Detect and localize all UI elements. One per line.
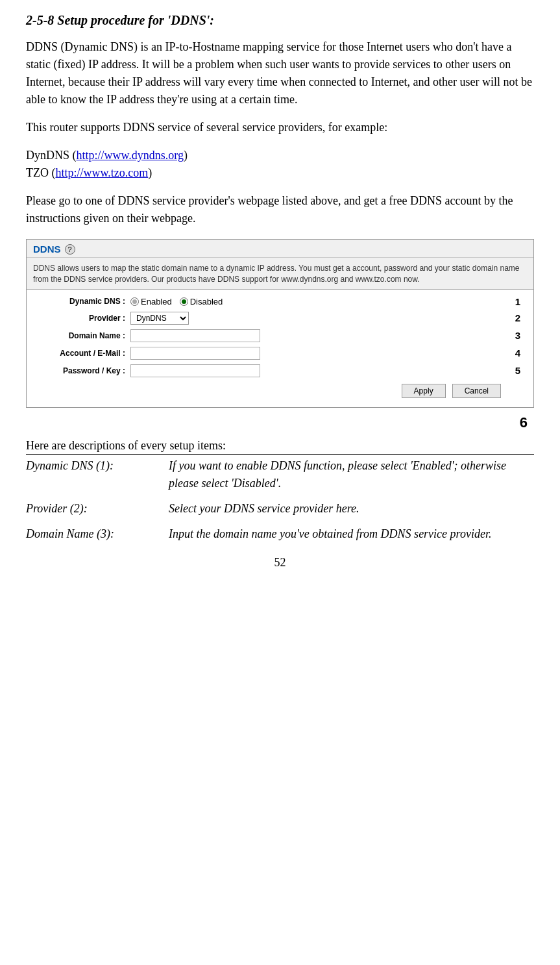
desc-def-3: Input the domain name you've obtained fr…	[169, 525, 534, 543]
disabled-radio-dot	[182, 299, 186, 304]
domain-name-value	[130, 329, 501, 342]
account-email-label: Account / E-Mail :	[33, 349, 130, 358]
domain-name-row: Domain Name : 3	[33, 329, 520, 342]
tzo-close: )	[148, 166, 152, 179]
enabled-radio-label[interactable]: Enabled	[130, 297, 172, 307]
provider-links: DynDNS (http://www.dyndns.org) TZO (http…	[26, 147, 534, 182]
row1-number: 1	[501, 296, 520, 307]
help-icon[interactable]: ?	[65, 244, 75, 255]
disabled-radio-label[interactable]: Disabled	[180, 297, 223, 307]
desc-term-1: Dynamic DNS (1):	[26, 457, 169, 492]
dyndns-link[interactable]: http://www.dyndns.org	[77, 149, 184, 162]
apply-button[interactable]: Apply	[402, 384, 446, 398]
dynamic-dns-label: Dynamic DNS :	[33, 297, 130, 306]
enabled-radio-text: Enabled	[141, 297, 172, 307]
account-email-row: Account / E-Mail : 4	[33, 347, 520, 360]
diagram-number: 6	[26, 414, 534, 435]
dynamic-dns-row: Dynamic DNS : Enabled Disabled	[33, 296, 520, 307]
ddns-panel-header: DDNS ?	[27, 240, 533, 258]
desc-row-3: Domain Name (3): Input the domain name y…	[26, 525, 534, 543]
enabled-radio-circle[interactable]	[130, 297, 139, 306]
desc-def-2: Select your DDNS service provider here.	[169, 500, 534, 518]
desc-term-3: Domain Name (3):	[26, 525, 169, 543]
tzo-link[interactable]: http://www.tzo.com	[55, 166, 148, 179]
row5-number: 5	[501, 365, 520, 376]
tzo-label: TZO (	[26, 166, 55, 179]
page-number: 52	[26, 556, 534, 570]
ddns-panel: DDNS ? DDNS allows users to map the stat…	[26, 239, 534, 408]
domain-name-label: Domain Name :	[33, 331, 130, 340]
provider-select[interactable]: DynDNS TZO	[130, 312, 189, 325]
desc-row-2: Provider (2): Select your DDNS service p…	[26, 500, 534, 518]
desc-def-1: If you want to enable DDNS function, ple…	[169, 457, 534, 492]
dynamic-dns-value: Enabled Disabled	[130, 297, 501, 307]
provider-row: Provider : DynDNS TZO 2	[33, 312, 520, 325]
support-paragraph: This router supports DDNS service of sev…	[26, 119, 534, 136]
disabled-radio-circle[interactable]	[180, 297, 188, 306]
ddns-panel-title: DDNS	[33, 244, 61, 255]
account-email-input[interactable]	[130, 347, 260, 360]
password-key-input[interactable]	[130, 364, 260, 377]
desc-row-1: Dynamic DNS (1): If you want to enable D…	[26, 457, 534, 492]
disabled-radio-text: Disabled	[190, 297, 223, 307]
dyndns-label: DynDNS (	[26, 149, 77, 162]
descriptions-header: Here are descriptions of every setup ite…	[26, 439, 534, 455]
account-email-value	[130, 347, 501, 360]
cancel-button[interactable]: Cancel	[452, 384, 501, 398]
password-key-label: Password / Key :	[33, 366, 130, 375]
ddns-form: Dynamic DNS : Enabled Disabled	[27, 289, 533, 407]
provider-label: Provider :	[33, 314, 130, 323]
ddns-description: DDNS allows users to map the static doma…	[27, 258, 533, 289]
intro-paragraph: DDNS (Dynamic DNS) is an IP-to-Hostname …	[26, 38, 534, 108]
row4-number: 4	[501, 347, 520, 358]
row3-number: 3	[501, 330, 520, 341]
enabled-radio-dot	[132, 299, 137, 304]
descriptions-section: Here are descriptions of every setup ite…	[26, 439, 534, 543]
row2-number: 2	[501, 312, 520, 323]
please-paragraph: Please go to one of DDNS service provide…	[26, 192, 534, 227]
password-key-value	[130, 364, 501, 377]
dyndns-close: )	[184, 149, 188, 162]
ddns-buttons: Apply Cancel	[33, 384, 520, 398]
provider-value: DynDNS TZO	[130, 312, 501, 325]
desc-term-2: Provider (2):	[26, 500, 169, 518]
dynamic-dns-radio-group: Enabled Disabled	[130, 297, 223, 307]
section-title: 2-5-8 Setup procedure for 'DDNS':	[26, 13, 534, 28]
password-key-row: Password / Key : 5	[33, 364, 520, 377]
domain-name-input[interactable]	[130, 329, 260, 342]
